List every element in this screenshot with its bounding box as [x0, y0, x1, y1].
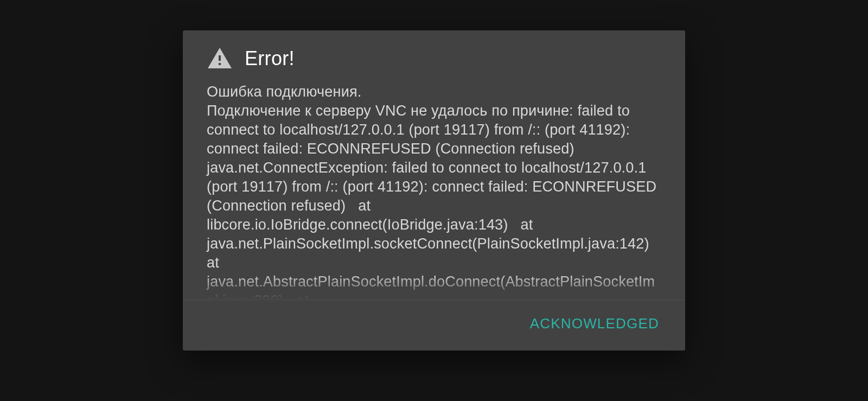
dialog-actions: ACKNOWLEDGED [183, 300, 685, 351]
error-dialog: Error! Ошибка подключения. Подключение к… [183, 30, 685, 351]
dialog-title: Error! [245, 47, 295, 70]
dialog-overlay: Error! Ошибка подключения. Подключение к… [0, 0, 868, 401]
dialog-message: Ошибка подключения. Подключение к сервер… [207, 82, 661, 300]
warning-icon [207, 46, 233, 72]
dialog-body[interactable]: Ошибка подключения. Подключение к сервер… [183, 82, 685, 300]
dialog-header: Error! [183, 30, 685, 82]
acknowledged-button[interactable]: ACKNOWLEDGED [524, 311, 666, 336]
